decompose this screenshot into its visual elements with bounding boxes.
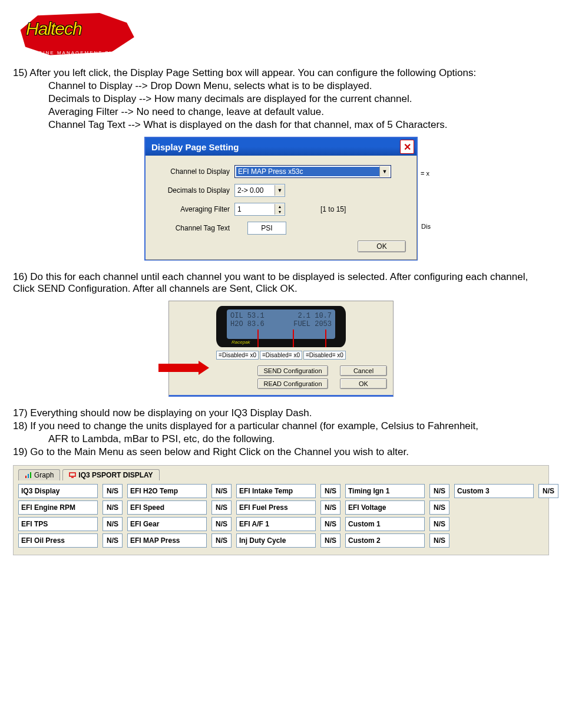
dash-lcd: OIL 53.1 2.1 10.7 H2O 83.6 FUEL 2053 <box>227 309 335 339</box>
cropped-text-right-2: Dis <box>421 223 431 230</box>
disabled-cell[interactable]: =Disabled= x0 <box>260 351 302 360</box>
channel-status[interactable]: N/S <box>320 484 340 498</box>
channel-dropdown-value: EFI MAP Press x53c <box>236 167 379 176</box>
cropped-text-right-1: = x <box>421 170 429 177</box>
channel-cell[interactable]: Custom 1 <box>345 517 425 531</box>
step-18: 18) If you need to change the units disp… <box>13 420 549 432</box>
logo-subtext: ENGINE MANAGEMENT SYSTEMS <box>29 50 136 55</box>
step-15c: Averaging Filter --> No need to change, … <box>48 106 549 118</box>
channel-status[interactable]: N/S <box>103 517 123 531</box>
channel-status[interactable]: N/S <box>429 500 449 515</box>
step-15: 15) After you left click, the Display Pa… <box>13 67 549 79</box>
channel-cell[interactable]: EFI Gear <box>127 517 207 531</box>
channel-to-display-dropdown[interactable]: EFI MAP Press x53c ▼ <box>234 165 391 178</box>
step-15d: Channel Tag Text --> What is displayed o… <box>48 119 549 131</box>
step-15b: Decimals to Display --> How many decimal… <box>48 93 549 105</box>
channel-cell[interactable]: Custom 2 <box>345 533 425 548</box>
channel-grid-panel: Graph IQ3 PSPORT DISPLAY IQ3 DisplayN/SE… <box>13 465 549 555</box>
channel-cell[interactable]: IQ3 Display <box>18 484 98 498</box>
decimals-dropdown[interactable]: 2-> 0.00 ▼ <box>234 184 285 197</box>
channel-status[interactable]: N/S <box>103 484 123 498</box>
channel-cell[interactable]: EFI Engine RPM <box>18 500 98 515</box>
channel-tag-value: PSI <box>261 224 272 232</box>
channel-status[interactable]: N/S <box>429 484 449 498</box>
graph-icon <box>25 472 32 479</box>
channel-cell[interactable]: EFI A/F 1 <box>236 517 316 531</box>
dash-val-2: H2O 83.6 <box>230 320 281 328</box>
channel-cell[interactable]: EFI Oil Press <box>18 533 98 548</box>
channel-cell[interactable]: Custom 3 <box>454 484 534 498</box>
channel-status[interactable]: N/S <box>211 517 232 531</box>
display-icon <box>69 472 76 479</box>
step-19: 19) Go to the Main Menu as seen below an… <box>13 446 549 458</box>
channel-cell[interactable]: EFI Intake Temp <box>236 484 316 498</box>
channel-cell[interactable]: EFI Fuel Press <box>236 500 316 515</box>
ok-button[interactable]: OK <box>358 241 406 252</box>
cancel-button[interactable]: Cancel <box>340 365 387 376</box>
channel-tag-text-input[interactable]: PSI <box>247 222 286 235</box>
close-icon: ✕ <box>404 141 411 153</box>
spinner-down-icon[interactable]: ▼ <box>275 209 285 215</box>
channel-cell[interactable]: EFI Voltage <box>345 500 425 515</box>
channel-grid: IQ3 DisplayN/SEFI H2O TempN/SEFI Intake … <box>18 484 544 548</box>
chevron-down-icon[interactable]: ▼ <box>379 166 389 177</box>
spinner-up-icon[interactable]: ▲ <box>275 204 285 209</box>
dash-val-3: FUEL 2053 <box>281 320 332 328</box>
chevron-down-icon[interactable]: ▼ <box>275 185 285 196</box>
channel-status[interactable]: N/S <box>538 484 558 498</box>
averaging-filter-spinner[interactable]: 1 ▲ ▼ <box>234 203 285 216</box>
channel-cell[interactable]: EFI Speed <box>127 500 207 515</box>
channel-status[interactable]: N/S <box>429 517 449 531</box>
channel-status[interactable]: N/S <box>320 517 340 531</box>
tab-iq3-display[interactable]: IQ3 PSPORT DISPLAY <box>62 469 159 480</box>
channel-status[interactable]: N/S <box>211 533 232 548</box>
svg-rect-2 <box>30 472 31 478</box>
channel-status[interactable]: N/S <box>211 484 232 498</box>
channel-tag-text-label: Channel Tag Text <box>156 224 234 232</box>
tab-graph[interactable]: Graph <box>18 469 60 480</box>
channel-cell[interactable]: EFI MAP Press <box>127 533 207 548</box>
step-17: 17) Everything should now be displaying … <box>13 407 549 419</box>
tab-display-label: IQ3 PSPORT DISPLAY <box>78 471 153 479</box>
disabled-cell[interactable]: =Disabled= x0 <box>216 351 259 360</box>
channel-status[interactable]: N/S <box>211 500 232 515</box>
svg-rect-1 <box>28 474 29 478</box>
ok-button[interactable]: OK <box>340 378 387 389</box>
svg-rect-3 <box>70 473 75 476</box>
averaging-filter-label: Averaging Filter <box>156 205 234 213</box>
averaging-value: 1 <box>237 205 242 213</box>
callout-line-icon <box>257 330 259 347</box>
logo-text: Haltech <box>26 19 82 39</box>
channel-cell[interactable]: Timing Ign 1 <box>345 484 425 498</box>
send-configuration-button[interactable]: SEND Configuration <box>257 365 328 376</box>
haltech-logo: Haltech ENGINE MANAGEMENT SYSTEMS <box>13 11 137 59</box>
dash-val-1: 2.1 10.7 <box>281 312 332 320</box>
callout-line-icon <box>293 330 294 347</box>
channel-status[interactable]: N/S <box>103 500 123 515</box>
callout-line-icon <box>325 330 326 347</box>
channel-status[interactable]: N/S <box>429 533 449 548</box>
svg-rect-0 <box>25 476 27 478</box>
channel-status[interactable]: N/S <box>320 500 340 515</box>
disabled-row: =Disabled= x0 =Disabled= x0 =Disabled= x… <box>175 351 387 360</box>
spinner-buttons[interactable]: ▲ ▼ <box>275 204 285 215</box>
decimals-to-display-label: Decimals to Display <box>156 186 234 195</box>
send-configuration-panel: OIL 53.1 2.1 10.7 H2O 83.6 FUEL 2053 Rac… <box>168 301 394 397</box>
dialog-display-page-setting: Display Page Setting ✕ Channel to Displa… <box>144 137 418 261</box>
channel-cell[interactable]: Inj Duty Cycle <box>236 533 316 548</box>
read-configuration-button[interactable]: READ Configuration <box>257 378 328 389</box>
dialog-titlebar[interactable]: Display Page Setting ✕ <box>146 138 416 156</box>
dash-val-0: OIL 53.1 <box>230 312 281 320</box>
channel-cell[interactable]: EFI TPS <box>18 517 98 531</box>
dash-brand-label: Racepak <box>232 340 250 345</box>
channel-status[interactable]: N/S <box>320 533 340 548</box>
channel-status[interactable]: N/S <box>103 533 123 548</box>
disabled-cell[interactable]: =Disabled= x0 <box>303 351 346 360</box>
channel-cell[interactable]: EFI H2O Temp <box>127 484 207 498</box>
step-15a: Channel to Display --> Drop Down Menu, s… <box>48 80 549 92</box>
close-button[interactable]: ✕ <box>400 140 414 154</box>
red-arrow-icon <box>158 361 217 375</box>
tab-bar: Graph IQ3 PSPORT DISPLAY <box>18 469 544 480</box>
averaging-range: [1 to 15] <box>320 205 346 213</box>
channel-to-display-label: Channel to Display <box>156 167 234 176</box>
